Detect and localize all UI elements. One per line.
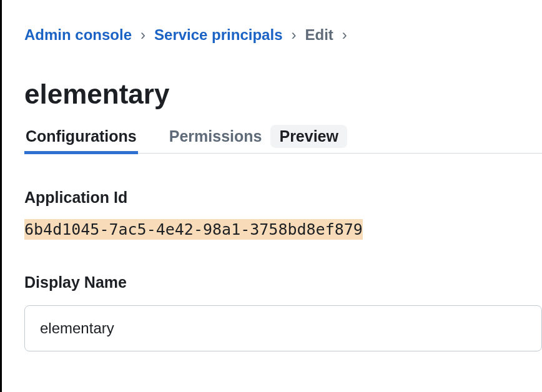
preview-badge: Preview <box>270 125 347 148</box>
breadcrumb: Admin console › Service principals › Edi… <box>24 26 542 44</box>
breadcrumb-admin-console[interactable]: Admin console <box>24 26 132 44</box>
tab-configurations[interactable]: Configurations <box>24 127 138 153</box>
tabs: Configurations Permissions Preview <box>24 127 542 154</box>
page-title: elementary <box>24 79 542 110</box>
chevron-right-icon: › <box>342 26 347 44</box>
application-id-label: Application Id <box>24 189 542 207</box>
tab-permissions-group: Permissions Preview <box>168 127 347 153</box>
application-id-field: Application Id 6b4d1045-7ac5-4e42-98a1-3… <box>24 189 542 238</box>
application-id-value: 6b4d1045-7ac5-4e42-98a1-3758bd8ef879 <box>24 219 363 240</box>
display-name-label: Display Name <box>24 273 542 292</box>
tab-permissions[interactable]: Permissions <box>168 127 264 153</box>
chevron-right-icon: › <box>291 26 296 44</box>
chevron-right-icon: › <box>140 26 145 44</box>
breadcrumb-service-principals[interactable]: Service principals <box>154 26 282 44</box>
display-name-input[interactable] <box>24 305 542 351</box>
breadcrumb-edit: Edit <box>305 26 333 44</box>
display-name-field: Display Name <box>24 273 542 351</box>
